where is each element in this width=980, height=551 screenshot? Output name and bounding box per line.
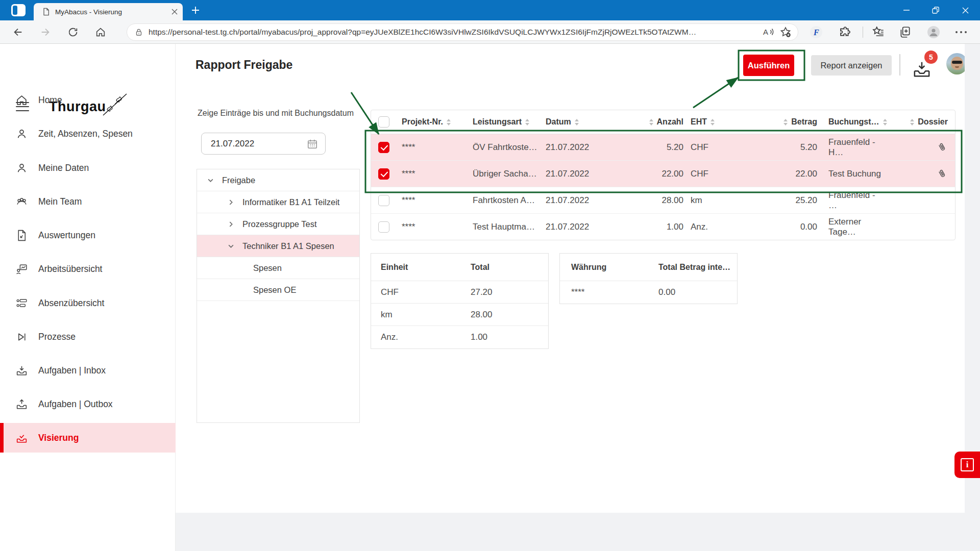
col-projekt-nr[interactable]: Projekt-Nr. [402, 117, 443, 127]
sidebar-item-auswertungen[interactable]: Auswertungen [0, 222, 176, 248]
collections-icon[interactable] [898, 26, 912, 39]
tree-item-spesen-oe[interactable]: Spesen OE [197, 279, 359, 301]
chevron-down-icon [228, 243, 234, 249]
maximize-button[interactable] [924, 0, 947, 20]
browser-titlebar: MyAbacus - Visierung [0, 0, 980, 20]
approval-table: Projekt-Nr. Leistungsart Datum Anzahl EH… [371, 110, 955, 240]
f-extension-icon[interactable]: F [810, 26, 823, 39]
table-row[interactable]: **** ÖV Fahrtkoste… 21.07.2022 5.20 CHF … [371, 134, 955, 161]
table-row[interactable]: **** Übriger Sacha… 21.07.2022 22.00 CHF… [371, 161, 955, 187]
tree-item-spesen[interactable]: Spesen [197, 257, 359, 279]
row-checkbox[interactable] [378, 142, 389, 153]
sort-icon[interactable] [910, 119, 914, 126]
totals-row: km28.00 [371, 304, 548, 326]
col-datum[interactable]: Datum [546, 117, 571, 127]
tree-item-freigabe[interactable]: Freigabe [197, 169, 359, 191]
sidebar-item-label: Mein Team [38, 196, 82, 207]
person-icon [15, 128, 28, 140]
col-dossier[interactable]: Dossier [918, 117, 948, 127]
paperclip-icon[interactable] [937, 142, 948, 153]
sidebar-item-label: Visierung [38, 433, 79, 443]
table-row[interactable]: **** Fahrtkosten A… 21.07.2022 28.00 km … [371, 187, 955, 214]
booking-date-field[interactable] [201, 133, 326, 155]
col-betrag[interactable]: Betrag [791, 117, 817, 127]
favorites-list-icon[interactable] [872, 26, 885, 39]
row-checkbox[interactable] [378, 168, 389, 180]
url-text[interactable]: https://personal-test.tg.ch/portal/myaba… [149, 28, 757, 37]
sort-icon[interactable] [710, 119, 715, 126]
row-checkbox[interactable] [378, 195, 389, 206]
select-all-checkbox[interactable] [378, 116, 389, 128]
add-favorite-icon[interactable] [779, 26, 792, 38]
refresh-icon[interactable] [67, 27, 79, 38]
sidebar-item-aufgaben-outbox[interactable]: Aufgaben | Outbox [0, 391, 176, 417]
calendar-icon[interactable] [307, 138, 318, 149]
sort-icon[interactable] [649, 119, 653, 126]
ausfuehren-button[interactable]: Ausführen [743, 55, 794, 76]
sidebar-item-zeit-absenzen-spesen[interactable]: Zeit, Absenzen, Spesen [0, 121, 176, 146]
sort-icon[interactable] [525, 119, 529, 126]
approval-tray-icon [15, 432, 28, 444]
totals-by-unit-table: EinheitTotal CHF27.20 km28.00 Anz.1.00 [371, 253, 549, 349]
minimize-button[interactable] [895, 0, 918, 20]
team-icon [15, 195, 28, 208]
lock-icon[interactable] [134, 27, 143, 37]
back-icon[interactable] [12, 27, 23, 38]
sidebar-item-visierung[interactable]: Visierung [0, 423, 176, 453]
address-bar[interactable]: https://personal-test.tg.ch/portal/myaba… [127, 23, 798, 41]
info-button[interactable]: i [954, 452, 980, 478]
tree-item-prozessgruppe[interactable]: Prozessgruppe Test [197, 213, 359, 235]
settings-menu-icon[interactable] [955, 31, 969, 34]
forward-icon[interactable] [40, 27, 51, 38]
tree-item-techniker[interactable]: Techniker B1 A1 Spesen [197, 235, 359, 257]
page-favicon-icon [42, 8, 50, 16]
report-anzeigen-button[interactable]: Report anzeigen [811, 55, 892, 76]
sidebar-item-label: Prozesse [38, 332, 76, 342]
sort-icon[interactable] [447, 119, 451, 126]
person-icon [15, 162, 28, 174]
tab-close-icon[interactable] [172, 9, 178, 15]
sidebar-item-absenzuebersicht[interactable]: Absenzübersicht [0, 290, 176, 316]
table-row[interactable]: **** Test Hauptma… 21.07.2022 1.00 Anz. … [371, 214, 955, 240]
svg-text:A: A [763, 28, 768, 36]
table-header-row: Projekt-Nr. Leistungsart Datum Anzahl EH… [371, 110, 955, 134]
sort-icon[interactable] [575, 119, 579, 126]
sidebar-item-prozesse[interactable]: Prozesse [0, 324, 176, 349]
sidebar-item-home[interactable]: Home [0, 87, 176, 113]
sidebar-item-label: Aufgaben | Inbox [38, 365, 106, 376]
sort-icon[interactable] [783, 119, 788, 126]
sidebar-item-label: Home [38, 95, 62, 106]
read-aloud-icon[interactable]: A [762, 26, 774, 38]
new-tab-icon[interactable] [191, 6, 200, 15]
sidebar-item-arbeitsuebersicht[interactable]: Arbeitsübersicht [0, 256, 176, 282]
totals-by-currency-table: WährungTotal Betrag inte… ****0.00 [559, 253, 738, 304]
close-button[interactable] [954, 0, 976, 20]
col-eht[interactable]: EHT [691, 117, 707, 127]
sidebar-item-label: Aufgaben | Outbox [38, 399, 113, 410]
col-total-betrag: Total Betrag inte… [649, 263, 737, 272]
totals-row: ****0.00 [560, 281, 737, 304]
booking-date-input[interactable] [211, 139, 307, 149]
sidebar-item-mein-team[interactable]: Mein Team [0, 189, 176, 214]
work-overview-icon [15, 263, 28, 276]
sidebar-item-meine-daten[interactable]: Meine Daten [0, 155, 176, 181]
sidebar-item-aufgaben-inbox[interactable]: Aufgaben | Inbox [0, 358, 176, 383]
absence-overview-icon [15, 297, 28, 310]
browser-tab[interactable]: MyAbacus - Visierung [34, 3, 183, 20]
info-icon: i [961, 458, 974, 471]
paperclip-icon[interactable] [937, 168, 948, 180]
extensions-puzzle-icon[interactable] [837, 26, 850, 39]
tree-item-informatiker[interactable]: Informatiker B1 A1 Teilzeit [197, 191, 359, 213]
col-einheit: Einheit [371, 263, 462, 272]
page-title: Rapport Freigabe [195, 58, 292, 72]
profile-icon[interactable] [927, 26, 940, 39]
row-checkbox[interactable] [378, 221, 389, 233]
col-leistungsart[interactable]: Leistungsart [473, 117, 522, 127]
workspaces-icon[interactable] [11, 4, 26, 16]
tab-title: MyAbacus - Visierung [55, 8, 166, 16]
home-icon[interactable] [95, 27, 106, 38]
col-buchungstext[interactable]: Buchungst… [828, 117, 879, 127]
col-anzahl[interactable]: Anzahl [657, 117, 683, 127]
home-icon [15, 94, 28, 107]
sidebar-item-label: Arbeitsübersicht [38, 264, 102, 274]
